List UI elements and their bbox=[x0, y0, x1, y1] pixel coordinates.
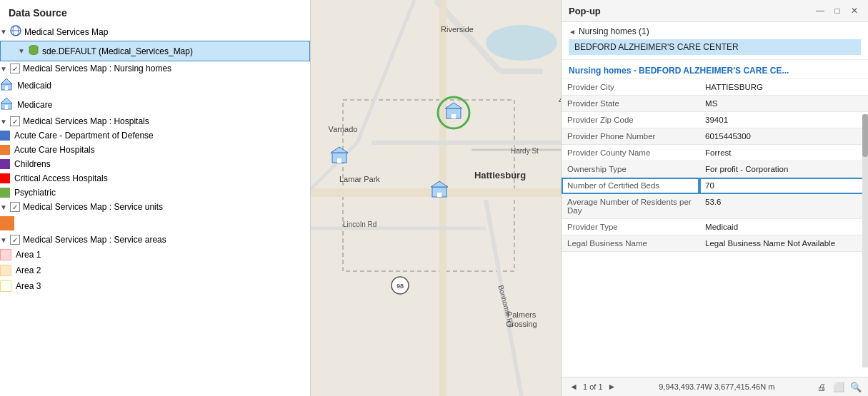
bedford-item[interactable]: BEDFORD ALZHEIMER'S CARE CENTER bbox=[569, 39, 861, 55]
detail-table: Provider CityHATTIESBURGProvider StateMS… bbox=[562, 79, 868, 252]
medicaid-house-icon bbox=[0, 78, 13, 93]
field-value: MS bbox=[699, 96, 868, 112]
psychiatric-item[interactable]: Psychiatric bbox=[0, 186, 310, 200]
right-panel: Pop-up — □ ✕ ◄ Nursing homes (1) BEDFORD… bbox=[561, 0, 868, 396]
nav-prev-button[interactable]: ◄ bbox=[567, 380, 580, 393]
field-value: 53.6 bbox=[699, 194, 868, 219]
service-unit-color-item[interactable] bbox=[0, 214, 310, 233]
acute-dod-item[interactable]: Acute Care - Department of Defense bbox=[0, 128, 310, 143]
sde-item[interactable]: ▼ sde.DEFAULT (Medical_Services_Map) bbox=[0, 41, 310, 61]
nh-checkbox[interactable] bbox=[10, 64, 20, 73]
critical-access-label: Critical Access Hospitals bbox=[14, 173, 108, 183]
acute-care-color bbox=[0, 145, 10, 155]
area1-item[interactable]: Area 1 bbox=[0, 247, 310, 263]
medicare-label: Medicare bbox=[17, 100, 52, 110]
table-row: Provider County NameForrest bbox=[562, 145, 868, 161]
panel-title: Data Source bbox=[0, 0, 310, 23]
popup-controls: — □ ✕ bbox=[814, 4, 861, 17]
field-key: Provider Zip Code bbox=[562, 112, 699, 128]
area3-label: Area 3 bbox=[16, 281, 41, 291]
medicaid-label: Medicaid bbox=[17, 81, 51, 91]
su-label: Medical Services Map : Service units bbox=[23, 202, 163, 212]
area3-color bbox=[0, 280, 11, 292]
svg-rect-9 bbox=[5, 105, 8, 109]
table-row: Number of Certified Beds70 bbox=[562, 178, 868, 194]
table-row: Provider CityHATTIESBURG bbox=[562, 79, 868, 96]
su-arrow: ▼ bbox=[0, 203, 9, 211]
field-value: 6015445300 bbox=[699, 128, 868, 145]
field-key: Provider Phone Number bbox=[562, 128, 699, 145]
svg-rect-6 bbox=[5, 86, 8, 90]
hosp-label: Medical Services Map : Hospitals bbox=[23, 116, 149, 126]
nursing-homes-header[interactable]: ◄ Nursing homes (1) bbox=[569, 26, 861, 36]
table-row: Provider TypeMedicaid bbox=[562, 219, 868, 235]
table-row: Average Number of Residents per Day53.6 bbox=[562, 194, 868, 219]
svg-text:Varnado: Varnado bbox=[329, 125, 358, 133]
scrollbar-thumb[interactable] bbox=[862, 114, 868, 157]
field-key: Provider Type bbox=[562, 219, 699, 235]
table-row: Provider StateMS bbox=[562, 96, 868, 112]
root-item[interactable]: ▼ Medical Services Map bbox=[0, 23, 310, 41]
search-icon[interactable]: 🔍 bbox=[849, 380, 862, 393]
popup-header: Pop-up — □ ✕ bbox=[562, 0, 868, 22]
sde-arrow: ▼ bbox=[18, 47, 26, 55]
service-units-group[interactable]: ▼ Medical Services Map : Service units bbox=[0, 200, 310, 214]
service-areas-group[interactable]: ▼ Medical Services Map : Service areas bbox=[0, 233, 310, 247]
field-key: Provider City bbox=[562, 79, 699, 96]
field-key: Legal Business Name bbox=[562, 235, 699, 252]
hosp-arrow: ▼ bbox=[0, 118, 9, 126]
svg-text:98: 98 bbox=[396, 283, 404, 290]
medicare-house-icon bbox=[0, 97, 13, 112]
hosp-checkbox[interactable] bbox=[10, 116, 20, 126]
svg-text:Lamar Park: Lamar Park bbox=[339, 175, 380, 183]
nav-next-button[interactable]: ► bbox=[606, 380, 619, 393]
nh-popup-arrow: ◄ bbox=[569, 28, 577, 36]
field-value: HATTIESBURG bbox=[699, 79, 868, 96]
hospitals-group[interactable]: ▼ Medical Services Map : Hospitals bbox=[0, 114, 310, 128]
nav-count: 1 of 1 bbox=[583, 382, 603, 391]
export-icon[interactable]: ⬜ bbox=[832, 380, 845, 393]
area2-label: Area 2 bbox=[16, 265, 41, 275]
svg-rect-44 bbox=[437, 193, 442, 197]
field-value: 70 bbox=[699, 178, 868, 194]
sde-label: sde.DEFAULT (Medical_Services_Map) bbox=[42, 46, 193, 56]
svg-marker-8 bbox=[1, 98, 12, 103]
minimize-button[interactable]: — bbox=[814, 4, 827, 17]
footer-icons: 🖨 ⬜ 🔍 bbox=[815, 380, 862, 393]
medicare-item[interactable]: Medicare bbox=[0, 95, 310, 114]
nursing-homes-group[interactable]: ▼ Medical Services Map : Nursing homes bbox=[0, 61, 310, 76]
area2-item[interactable]: Area 2 bbox=[0, 263, 310, 278]
sa-arrow: ▼ bbox=[0, 236, 9, 244]
restore-button[interactable]: □ bbox=[831, 4, 844, 17]
table-row: Legal Business NameLegal Business Name N… bbox=[562, 235, 868, 252]
nursing-homes-count: Nursing homes (1) bbox=[579, 26, 649, 36]
svg-text:Hardy St: Hardy St bbox=[511, 147, 539, 155]
su-checkbox[interactable] bbox=[10, 202, 20, 212]
acute-care-item[interactable]: Acute Care Hospitals bbox=[0, 143, 310, 157]
svg-text:Hattiesburg: Hattiesburg bbox=[474, 170, 526, 181]
close-button[interactable]: ✕ bbox=[848, 4, 861, 17]
field-key: Ownership Type bbox=[562, 161, 699, 178]
sa-checkbox[interactable] bbox=[10, 235, 20, 245]
psychiatric-label: Psychiatric bbox=[14, 188, 56, 198]
psychiatric-color bbox=[0, 188, 10, 198]
sde-db-icon bbox=[28, 44, 39, 58]
childrens-item[interactable]: Childrens bbox=[0, 157, 310, 171]
acute-care-label: Acute Care Hospitals bbox=[14, 145, 95, 155]
popup-list-section: ◄ Nursing homes (1) BEDFORD ALZHEIMER'S … bbox=[562, 22, 868, 60]
area3-item[interactable]: Area 3 bbox=[0, 278, 310, 294]
popup-title: Pop-up bbox=[569, 6, 601, 16]
table-row: Ownership TypeFor profit - Corporation bbox=[562, 161, 868, 178]
scrollbar-track[interactable] bbox=[862, 114, 868, 367]
footer-nav: ◄ 1 of 1 ► bbox=[567, 380, 619, 393]
field-key: Number of Certified Beds bbox=[562, 178, 699, 194]
root-label: Medical Services Map bbox=[24, 27, 108, 37]
print-icon[interactable]: 🖨 bbox=[815, 380, 828, 393]
map-globe-icon bbox=[10, 25, 21, 39]
medicaid-item[interactable]: Medicaid bbox=[0, 76, 310, 95]
nh-label: Medical Services Map : Nursing homes bbox=[23, 64, 171, 73]
map-area[interactable]: 98 Riverside Varnado Lamar Park Hattiesb… bbox=[311, 0, 561, 396]
childrens-color bbox=[0, 159, 10, 169]
critical-access-item[interactable]: Critical Access Hospitals bbox=[0, 171, 310, 186]
popup-table: Provider CityHATTIESBURGProvider StateMS… bbox=[562, 79, 868, 377]
